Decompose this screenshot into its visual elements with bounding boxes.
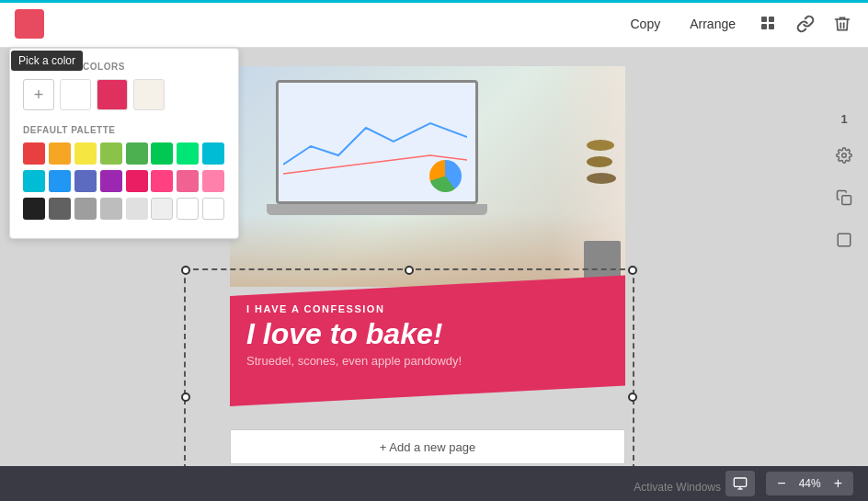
palette-blue[interactable]	[49, 170, 71, 192]
palette-cyan[interactable]	[23, 170, 45, 192]
svg-rect-5	[842, 196, 851, 205]
color-picker-tooltip: Pick a color	[11, 51, 83, 71]
palette-pale-gray[interactable]	[151, 198, 173, 220]
handle-tm[interactable]	[405, 266, 414, 275]
blog-image	[230, 66, 625, 287]
palette-gray[interactable]	[74, 198, 97, 220]
palette-row-3	[23, 198, 225, 220]
doc-color-white[interactable]	[60, 79, 91, 110]
svg-rect-0	[761, 17, 767, 22]
activate-windows-text: Activate Windows	[634, 481, 721, 494]
color-picker-panel: DOCUMENT COLORS + DEFAULT PALETTE	[9, 48, 239, 239]
default-palette-title: DEFAULT PALETTE	[23, 125, 225, 135]
trash-icon[interactable]	[831, 13, 853, 35]
handle-tr[interactable]	[628, 266, 637, 275]
handle-ml[interactable]	[181, 393, 190, 402]
grid-icon[interactable]	[758, 13, 780, 35]
svg-rect-6	[838, 233, 851, 246]
svg-rect-2	[761, 24, 767, 29]
svg-rect-1	[769, 17, 774, 22]
palette-mint[interactable]	[177, 142, 199, 165]
duplicate-icon[interactable]	[831, 185, 857, 211]
arrange-button[interactable]: Arrange	[682, 13, 743, 35]
palette-row-2	[23, 170, 225, 192]
copy-button[interactable]: Copy	[623, 13, 668, 35]
palette-lime[interactable]	[100, 142, 122, 165]
add-color-button[interactable]: +	[23, 79, 54, 110]
palette-dark-gray[interactable]	[49, 198, 71, 220]
doc-color-cream[interactable]	[133, 79, 165, 110]
toolbar-left	[15, 9, 44, 39]
handle-tl[interactable]	[181, 266, 190, 275]
palette-pale-pink[interactable]	[202, 170, 224, 192]
palette-white-1[interactable]	[177, 198, 199, 220]
palette-light-gray[interactable]	[126, 198, 148, 220]
layer-icon[interactable]	[831, 227, 857, 253]
palette-pink[interactable]	[126, 170, 148, 192]
palette-hot-pink[interactable]	[151, 170, 173, 192]
settings-icon[interactable]	[831, 142, 857, 168]
palette-black[interactable]	[23, 198, 45, 220]
color-swatch-button[interactable]	[15, 9, 44, 39]
palette-mid-gray[interactable]	[100, 198, 122, 220]
palette-teal[interactable]	[202, 142, 224, 165]
palette-green[interactable]	[126, 142, 148, 165]
teal-accent	[0, 0, 868, 3]
palette-row-1	[23, 142, 225, 165]
fullscreen-icon[interactable]	[725, 471, 755, 496]
toolbar-right: Copy Arrange	[623, 13, 854, 35]
palette-red[interactable]	[23, 142, 45, 165]
toolbar: Copy Arrange	[0, 0, 868, 48]
handle-mr[interactable]	[628, 393, 637, 402]
bottom-bar: Activate Windows − 44% +	[0, 466, 868, 501]
zoom-label: 44%	[795, 477, 825, 490]
palette-purple[interactable]	[100, 170, 122, 192]
palette-bright-green[interactable]	[151, 142, 173, 165]
page-number: 1	[831, 112, 857, 126]
zoom-out-button[interactable]: −	[773, 473, 789, 494]
zoom-controls: − 44% +	[766, 472, 853, 495]
right-tools: 1	[831, 112, 857, 253]
palette-white-2[interactable]	[202, 198, 224, 220]
palette-light-pink[interactable]	[177, 170, 199, 192]
svg-rect-3	[769, 24, 774, 29]
palette-indigo[interactable]	[74, 170, 97, 192]
doc-colors-row: +	[23, 79, 225, 110]
doc-color-red[interactable]	[97, 79, 128, 110]
svg-rect-7	[735, 478, 747, 486]
link-icon[interactable]	[794, 13, 817, 35]
zoom-in-button[interactable]: +	[830, 473, 846, 494]
svg-point-4	[842, 154, 847, 158]
palette-orange[interactable]	[49, 142, 71, 165]
palette-yellow[interactable]	[74, 142, 97, 165]
